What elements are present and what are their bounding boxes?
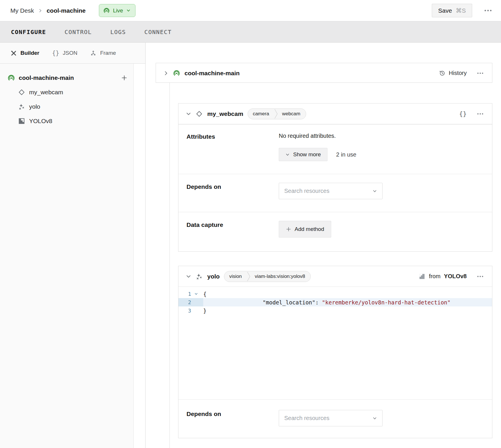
data-capture-label: Data capture [187, 221, 279, 238]
webcam-type-tags: camera webcam [248, 108, 306, 119]
part-connector-line [169, 83, 170, 448]
model-tag: viam-labs:vision:yolov8 [251, 271, 311, 282]
view-tab-json-label: JSON [63, 50, 78, 56]
tab-connect[interactable]: CONNECT [144, 27, 172, 37]
yolo-type-tags: vision viam-labs:vision:yolov8 [224, 271, 311, 282]
viam-machine-config-page: My Desk cool-machine Live Save ⌘ [0, 0, 501, 448]
live-status-badge[interactable]: Live [99, 4, 135, 17]
save-shortcut: ⌘S [456, 7, 466, 14]
tree-item-machine-part[interactable]: cool-machine-main [0, 71, 145, 85]
yolo-overflow-menu-button[interactable] [476, 274, 485, 278]
machine-part-broadcast-icon [7, 74, 15, 82]
config-main-panel: cool-machine-main History [146, 43, 501, 448]
machine-part-broadcast-icon [173, 69, 180, 77]
view-tab-builder[interactable]: Builder [10, 50, 39, 57]
fold-chevron-icon[interactable] [191, 292, 201, 296]
view-tab-json[interactable]: {} JSON [52, 50, 77, 57]
camera-component-diamond-icon [18, 89, 25, 96]
depends-on-placeholder: Search resources [284, 415, 329, 421]
tree-item-yolo[interactable]: yolo [0, 99, 145, 114]
webcam-card-title: my_webcam [207, 110, 243, 117]
code-indent [249, 299, 263, 306]
attributes-empty-text: No required attributes. [279, 133, 484, 139]
save-button[interactable]: Save ⌘S [432, 4, 472, 17]
breadcrumb-location-link[interactable]: My Desk [10, 7, 34, 14]
module-steps-icon [18, 117, 25, 125]
chevron-down-icon [372, 416, 377, 421]
save-label: Save [438, 7, 452, 14]
chevron-down-icon [372, 189, 377, 193]
depends-on-label: Depends on [187, 410, 279, 426]
config-sidebar: Builder {} JSON Frame [0, 43, 146, 448]
api-tag: vision [224, 271, 246, 282]
tools-icon [10, 50, 17, 57]
depends-on-select[interactable]: Search resources [279, 410, 383, 426]
tag-separator [274, 109, 278, 119]
tree-item-label: YOLOv8 [29, 118, 52, 125]
tree-item-label: cool-machine-main [19, 74, 74, 81]
frame-axes-icon [90, 50, 97, 57]
breadcrumb-machine-name: cool-machine [47, 7, 86, 14]
api-tag: camera [248, 109, 274, 119]
from-label: from [429, 273, 440, 280]
history-clock-icon [439, 70, 446, 77]
part-overflow-menu-button[interactable] [476, 71, 485, 75]
line-number: 2 [178, 299, 191, 305]
live-label: Live [113, 7, 123, 14]
code-line-2-highlighted: 2 "model_location": "keremberke/yolov8n-… [178, 298, 492, 306]
breadcrumb: My Desk cool-machine [10, 7, 86, 14]
from-module-link[interactable]: from YOLOv8 [419, 273, 467, 280]
depends-on-section: Depends on Search resources [178, 174, 492, 212]
tab-control[interactable]: CONTROL [64, 27, 93, 37]
history-button[interactable]: History [439, 70, 467, 77]
yolo-depends-on-section: Depends on Search resources [178, 399, 492, 438]
collapse-yolo-chevron-icon[interactable] [186, 274, 191, 279]
tab-configure[interactable]: CONFIGURE [10, 27, 47, 37]
add-resource-button[interactable] [120, 74, 128, 82]
attributes-in-use-count: 2 in use [336, 151, 356, 158]
tree-item-yolov8-module[interactable]: YOLOv8 [0, 114, 145, 128]
collapse-webcam-chevron-icon[interactable] [186, 111, 191, 116]
resource-tree: cool-machine-main my_webcam [0, 64, 145, 128]
tree-item-label: my_webcam [29, 89, 63, 96]
tree-item-my-webcam[interactable]: my_webcam [0, 85, 145, 99]
yolo-card-actions: from YOLOv8 [419, 273, 485, 280]
machine-part-card-header: cool-machine-main History [156, 63, 492, 83]
chevron-down-icon [126, 8, 131, 13]
my-webcam-card-header: my_webcam camera webcam {} [178, 103, 492, 124]
json-attributes-editor[interactable]: 1 { 2 "model_locatio [178, 287, 492, 399]
json-colon: : [315, 299, 322, 306]
machine-overflow-menu-button[interactable] [483, 8, 493, 13]
webcam-card-actions: {} [459, 110, 485, 117]
add-method-button[interactable]: Add method [279, 221, 331, 238]
line-number: 3 [178, 308, 191, 314]
depends-on-select[interactable]: Search resources [279, 183, 383, 199]
show-more-button[interactable]: Show more [279, 148, 327, 161]
tab-logs[interactable]: LOGS [110, 27, 127, 37]
topbar-actions: Save ⌘S [432, 4, 493, 17]
view-tab-frame[interactable]: Frame [90, 50, 116, 57]
yolo-card-title: yolo [207, 273, 220, 280]
plus-icon [286, 227, 291, 232]
module-name: YOLOv8 [444, 273, 467, 280]
model-tag: webcam [278, 109, 306, 119]
expand-part-chevron-icon[interactable] [163, 71, 169, 76]
part-card-title: cool-machine-main [184, 70, 240, 77]
depends-on-label: Depends on [187, 183, 279, 199]
machine-tabs: CONFIGURE CONTROL LOGS CONNECT [0, 21, 501, 43]
webcam-overflow-menu-button[interactable] [476, 112, 485, 116]
view-tab-frame-label: Frame [100, 50, 116, 56]
show-more-label: Show more [293, 151, 321, 158]
part-card-actions: History [439, 70, 485, 77]
code-text: } [203, 308, 206, 314]
braces-icon: {} [52, 50, 59, 57]
add-method-label: Add method [295, 226, 324, 232]
data-capture-section: Data capture Add method [178, 212, 492, 251]
tree-item-label: yolo [29, 103, 40, 110]
camera-component-diamond-icon [195, 110, 203, 118]
vision-service-sparkles-icon [195, 273, 203, 280]
depends-on-placeholder: Search resources [284, 188, 329, 194]
line-number: 1 [178, 291, 191, 297]
edit-json-button[interactable]: {} [459, 110, 467, 117]
history-label: History [449, 70, 467, 76]
